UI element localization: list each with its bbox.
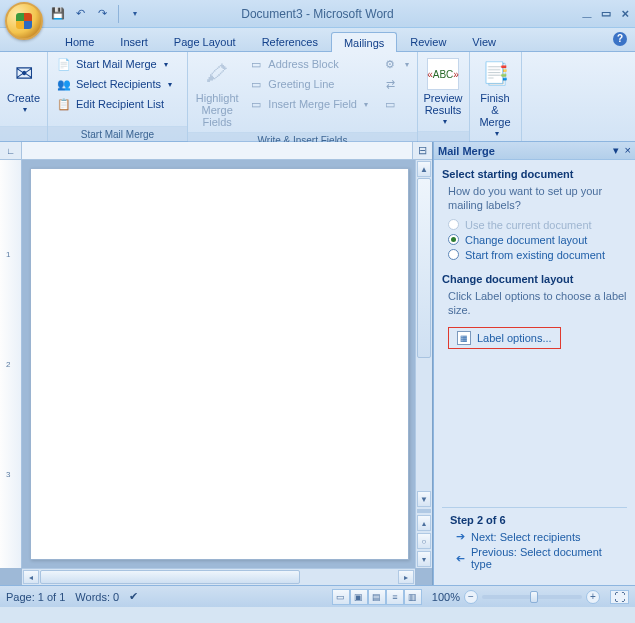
tab-selector[interactable]: ∟ xyxy=(0,142,22,159)
zoom-in-button[interactable]: + xyxy=(586,590,600,604)
starting-hint: How do you want to set up your mailing l… xyxy=(448,184,627,213)
tab-page-layout[interactable]: Page Layout xyxy=(161,31,249,51)
vertical-scrollbar[interactable]: ▲ ▼ ▴ ○ ▾ xyxy=(415,160,432,568)
doc-icon: 📄 xyxy=(56,56,72,72)
prev-step-link[interactable]: ➔ Previous: Select document type xyxy=(456,546,619,570)
zoom-fit-icon[interactable]: ⛶ xyxy=(610,590,629,604)
help-icon[interactable]: ? xyxy=(613,32,627,46)
preview-results-button[interactable]: «ABC» Preview Results xyxy=(422,54,464,131)
section-select-starting: Select starting document xyxy=(442,168,627,180)
create-button[interactable]: ✉ Create xyxy=(4,54,43,119)
view-ruler-toggle[interactable]: ⊟ xyxy=(412,142,432,159)
next-step-link[interactable]: ➔ Next: Select recipients xyxy=(456,530,619,543)
view-draft[interactable]: ▥ xyxy=(404,589,422,605)
highlight-icon: 🖍 xyxy=(201,58,233,90)
create-label: Create xyxy=(7,92,40,104)
scroll-down-button[interactable]: ▼ xyxy=(417,491,431,507)
tab-mailings[interactable]: Mailings xyxy=(331,32,397,52)
start-group-label: Start Mail Merge xyxy=(48,126,187,141)
save-icon[interactable]: 💾 xyxy=(50,6,66,22)
arrow-right-icon: ➔ xyxy=(456,530,465,543)
address-icon: ▭ xyxy=(248,56,264,72)
mail-merge-task-pane: Mail Merge ▾ × Select starting document … xyxy=(433,142,635,585)
finish-merge-button[interactable]: 📑 Finish & Merge xyxy=(474,54,516,143)
proofing-icon[interactable]: ✔ xyxy=(129,590,138,603)
vertical-ruler[interactable]: 1 2 3 xyxy=(0,160,22,568)
zoom-out-button[interactable]: − xyxy=(464,590,478,604)
rules-icon: ⚙ xyxy=(382,56,398,72)
document-body: 1 2 3 ▲ ▼ ▴ ○ ▾ xyxy=(0,160,432,568)
select-recipients-button[interactable]: 👥Select Recipients xyxy=(52,74,183,94)
h-scroll-track[interactable] xyxy=(40,569,397,585)
view-outline[interactable]: ≡ xyxy=(386,589,404,605)
taskpane-menu-icon[interactable]: ▾ xyxy=(613,144,619,157)
update-labels-button[interactable]: ▭ xyxy=(378,94,413,114)
match-fields-button[interactable]: ⇄ xyxy=(378,74,413,94)
view-print-layout[interactable]: ▭ xyxy=(332,589,350,605)
status-bar: Page: 1 of 1 Words: 0 ✔ ▭ ▣ ▤ ≡ ▥ 100% −… xyxy=(0,585,635,607)
radio-icon xyxy=(448,219,459,230)
radio-change-layout[interactable]: Change document layout xyxy=(448,234,627,246)
status-page[interactable]: Page: 1 of 1 xyxy=(6,591,65,603)
taskpane-footer: Step 2 of 6 ➔ Next: Select recipients ➔ … xyxy=(442,507,627,581)
taskpane-close-icon[interactable]: × xyxy=(625,144,631,157)
address-block-button[interactable]: ▭Address Block xyxy=(244,54,372,74)
qat-customize-icon[interactable]: ▾ xyxy=(127,6,143,22)
scroll-up-button[interactable]: ▲ xyxy=(417,161,431,177)
document-page[interactable] xyxy=(30,168,409,560)
scroll-left-button[interactable]: ◂ xyxy=(23,570,39,584)
scroll-right-button[interactable]: ▸ xyxy=(398,570,414,584)
start-mail-merge-button[interactable]: 📄Start Mail Merge xyxy=(52,54,183,74)
list-edit-icon: 📋 xyxy=(56,96,72,112)
wizard-step: Step 2 of 6 xyxy=(450,514,619,526)
tab-view[interactable]: View xyxy=(459,31,509,51)
zoom-level[interactable]: 100% xyxy=(432,591,460,603)
restore-button[interactable]: ▭ xyxy=(601,7,611,20)
view-buttons: ▭ ▣ ▤ ≡ ▥ xyxy=(332,589,422,605)
radio-icon xyxy=(448,249,459,260)
minimize-button[interactable]: _ xyxy=(583,2,592,20)
browse-object-button[interactable]: ○ xyxy=(417,533,431,549)
taskpane-title: Mail Merge xyxy=(438,145,495,157)
horizontal-ruler[interactable]: ∟ 1 2 3 4 5 ⊟ xyxy=(0,142,432,160)
redo-icon[interactable]: ↷ xyxy=(94,6,110,22)
radio-start-existing[interactable]: Start from existing document xyxy=(448,249,627,261)
arrow-left-icon: ➔ xyxy=(456,552,465,565)
greeting-icon: ▭ xyxy=(248,76,264,92)
section-change-layout: Change document layout xyxy=(442,273,627,285)
ribbon-group-create: ✉ Create xyxy=(0,52,48,141)
v-scroll-track[interactable] xyxy=(416,178,432,490)
tab-review[interactable]: Review xyxy=(397,31,459,51)
window-title: Document3 - Microsoft Word xyxy=(241,7,394,21)
label-options-button[interactable]: ▦ Label options... xyxy=(448,327,561,349)
horizontal-scrollbar[interactable]: ◂ ▸ xyxy=(22,568,415,585)
h-scroll-thumb[interactable] xyxy=(40,570,300,584)
preview-icon: «ABC» xyxy=(427,58,459,90)
tab-insert[interactable]: Insert xyxy=(107,31,161,51)
quick-access-toolbar: 💾 ↶ ↷ ▾ xyxy=(50,5,143,23)
prev-page-button[interactable]: ▴ xyxy=(417,515,431,531)
finish-icon: 📑 xyxy=(479,58,511,90)
radio-icon-selected xyxy=(448,234,459,245)
create-group-label xyxy=(0,126,47,141)
view-full-screen[interactable]: ▣ xyxy=(350,589,368,605)
tab-references[interactable]: References xyxy=(249,31,331,51)
next-page-button[interactable]: ▾ xyxy=(417,551,431,567)
insert-merge-field-button[interactable]: ▭Insert Merge Field xyxy=(244,94,372,114)
close-button[interactable]: × xyxy=(621,6,629,21)
zoom-slider[interactable] xyxy=(482,595,582,599)
field-icon: ▭ xyxy=(248,96,264,112)
edit-recipient-list-button[interactable]: 📋Edit Recipient List xyxy=(52,94,183,114)
people-icon: 👥 xyxy=(56,76,72,92)
tab-home[interactable]: Home xyxy=(52,31,107,51)
work-area: ∟ 1 2 3 4 5 ⊟ 1 2 3 ▲ ▼ ▴ ○ xyxy=(0,142,635,585)
rules-button[interactable]: ⚙ xyxy=(378,54,413,74)
v-scroll-thumb[interactable] xyxy=(417,178,431,358)
zoom-thumb[interactable] xyxy=(530,591,538,603)
status-words[interactable]: Words: 0 xyxy=(75,591,119,603)
undo-icon[interactable]: ↶ xyxy=(72,6,88,22)
highlight-merge-fields-button[interactable]: 🖍 Highlight Merge Fields xyxy=(192,54,242,132)
greeting-line-button[interactable]: ▭Greeting Line xyxy=(244,74,372,94)
office-button[interactable] xyxy=(5,2,43,40)
view-web-layout[interactable]: ▤ xyxy=(368,589,386,605)
